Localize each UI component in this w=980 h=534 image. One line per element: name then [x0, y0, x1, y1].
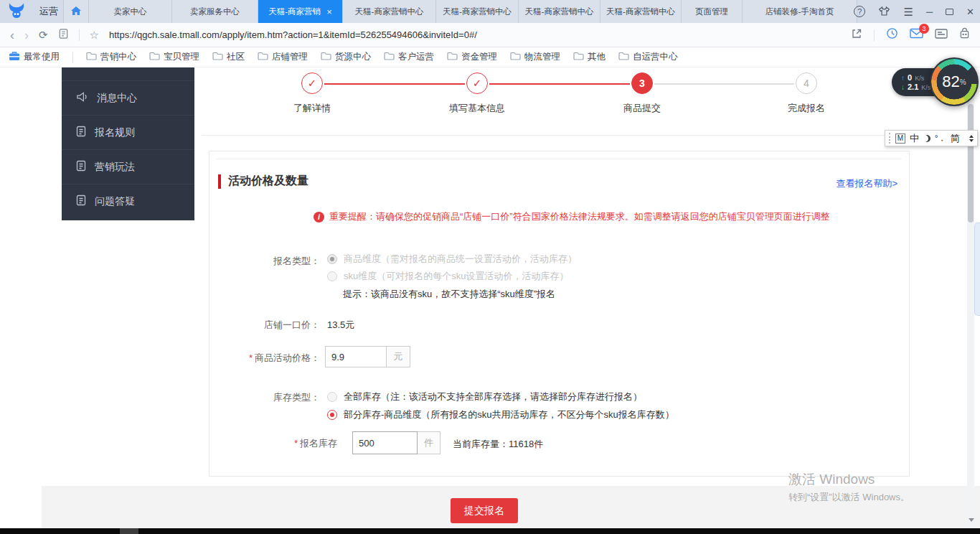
- minimize-icon[interactable]: ─: [926, 7, 933, 17]
- stock-type-option-all: 全部库存（注：该活动不支持全部库存选择，请选择部分库存进行报名）: [327, 390, 642, 403]
- apply-stock-unit: 件: [418, 431, 440, 454]
- ime-mode-icon[interactable]: M: [895, 134, 905, 144]
- submit-apply-button[interactable]: 提交报名: [451, 498, 518, 523]
- menu-icon[interactable]: ☰: [903, 6, 913, 17]
- divider: [202, 135, 966, 136]
- bookmark-folder-logistics[interactable]: 物流管理: [510, 51, 560, 63]
- folder-icon: [447, 52, 458, 62]
- skin-shirt-icon[interactable]: [878, 6, 890, 18]
- folder-icon: [573, 52, 584, 62]
- tab-tmall-marketing-center-1[interactable]: 天猫-商家营销中心: [343, 0, 436, 23]
- activity-price-label-row: *商品活动价格：: [209, 352, 320, 365]
- activity-price-unit: 元: [387, 346, 410, 367]
- bookmark-folder-other[interactable]: 其他: [573, 51, 606, 63]
- refresh-icon[interactable]: ⟳: [39, 29, 48, 40]
- document-icon: [76, 126, 86, 139]
- back-icon[interactable]: ‹: [10, 29, 14, 42]
- tab-close-icon[interactable]: ×: [326, 6, 332, 17]
- sidebar-item-message-center[interactable]: 消息中心: [62, 80, 194, 115]
- bookmark-folder-community[interactable]: 社区: [212, 51, 245, 63]
- card-panel-icon[interactable]: [935, 29, 948, 42]
- tab-seller-center[interactable]: 卖家中心: [89, 0, 172, 23]
- shopping-bag-icon[interactable]: [959, 27, 970, 42]
- required-asterisk: *: [294, 438, 298, 449]
- activity-price-label: 商品活动价格：: [255, 352, 320, 363]
- radio-item-dimension[interactable]: [327, 254, 337, 264]
- check-icon: ✓: [308, 77, 317, 90]
- folder-icon: [86, 52, 97, 62]
- folder-icon: [321, 52, 331, 62]
- ime-punctuation-icon[interactable]: °，: [935, 134, 946, 142]
- open-external-icon[interactable]: [851, 28, 862, 42]
- ime-chinese-icon[interactable]: 中: [910, 134, 919, 143]
- folder-icon: [510, 52, 521, 62]
- step-4-circle: 4: [796, 72, 817, 94]
- tab-seller-service[interactable]: 卖家服务中心: [172, 0, 258, 23]
- mail-icon[interactable]: 3: [910, 28, 923, 42]
- apply-stock-input[interactable]: [352, 431, 418, 454]
- step-4-label: 完成报名: [749, 102, 864, 115]
- address-bar-actions: 3: [851, 27, 970, 42]
- ime-updown-icon[interactable]: [969, 135, 974, 142]
- tab-tmall-marketing-center-3[interactable]: 天猫-商家营销中心: [519, 0, 600, 23]
- forward-icon[interactable]: ›: [24, 29, 29, 42]
- radio-all-stock[interactable]: [327, 392, 337, 402]
- tab-tmall-marketing-center-4[interactable]: 天猫-商家营销中心: [600, 0, 682, 23]
- sidebar-item-label: 消息中心: [97, 92, 137, 105]
- tab-page-manage[interactable]: 页面管理: [682, 0, 743, 23]
- info-icon: i: [314, 212, 324, 222]
- sidebar-item-label: 问题答疑: [95, 195, 135, 208]
- folder-icon: [258, 52, 268, 62]
- ime-simplified-icon[interactable]: 简: [950, 134, 959, 143]
- bookmark-folder-marketing[interactable]: 营销中心: [86, 51, 136, 63]
- apply-type-option-sku: sku维度（可对报名的每个sku设置活动价，活动库存）: [327, 270, 568, 283]
- radio-partial-stock[interactable]: [327, 410, 337, 420]
- apply-stock-label: 报名库存: [300, 438, 337, 449]
- divider: [72, 52, 73, 63]
- tab-shop-decorate[interactable]: 店铺装修-手淘首页: [743, 0, 857, 23]
- important-notice: i 重要提醒：请确保您的促销商品“店铺一口价”符合国家价格法律法规要求。如需调整…: [314, 210, 830, 223]
- maximize-icon[interactable]: [946, 9, 953, 15]
- sidebar-item-faq[interactable]: 问题答疑: [62, 184, 194, 218]
- sidebar-item-marketing-play[interactable]: 营销玩法: [62, 149, 194, 184]
- help-icon[interactable]: ?: [854, 6, 865, 17]
- qianniu-bull-logo-icon: [7, 2, 26, 21]
- step-2-circle: ✓: [466, 72, 488, 94]
- bookmark-folder-supply[interactable]: 货源中心: [321, 51, 371, 63]
- shop-price-value: 13.5元: [327, 319, 354, 332]
- activity-price-input[interactable]: [325, 346, 387, 367]
- bookmark-folder-funds[interactable]: 资金管理: [447, 51, 497, 63]
- tab-home[interactable]: [63, 0, 89, 23]
- bookmark-folder-self-run[interactable]: 自运营中心: [618, 51, 678, 63]
- bookmark-most-used[interactable]: 最常使用: [9, 51, 60, 63]
- favorite-star-icon[interactable]: ☆: [90, 29, 99, 42]
- drag-handle-icon[interactable]: [889, 133, 891, 144]
- apply-type-label: 报名类型：: [209, 255, 320, 268]
- help-link[interactable]: 查看报名帮助>: [836, 177, 897, 190]
- briefcase-icon: [9, 51, 20, 63]
- bookmarks-bar: 最常使用 营销中心 宝贝管理 社区 店铺管理 货源中心 客户运营 资金管理 物流…: [0, 47, 980, 67]
- moon-icon[interactable]: [923, 135, 930, 142]
- bookmark-folder-shop-manage[interactable]: 店铺管理: [258, 51, 308, 63]
- bookmark-folder-items[interactable]: 宝贝管理: [149, 51, 199, 63]
- history-clock-icon[interactable]: [886, 27, 898, 42]
- memory-gauge-widget[interactable]: 82 %: [930, 57, 979, 106]
- tab-tmall-marketing-center-2[interactable]: 天猫-商家营销中心: [436, 0, 519, 23]
- reader-mode-icon[interactable]: [58, 28, 69, 42]
- folder-icon: [149, 52, 160, 62]
- ime-toolbar[interactable]: M 中 °， 简: [885, 130, 978, 146]
- scrollbar-down-arrow-icon[interactable]: [969, 518, 974, 522]
- bookmark-folder-customer[interactable]: 客户运营: [384, 51, 434, 63]
- windows-activate-watermark: 激活 Windows: [788, 470, 875, 489]
- sidebar-item-apply-rules[interactable]: 报名规则: [62, 115, 194, 149]
- close-window-icon[interactable]: ✕: [966, 7, 974, 17]
- required-asterisk: *: [249, 352, 253, 363]
- url-text[interactable]: https://qgch.sale.tmall.com/apply/item.h…: [109, 29, 841, 40]
- folder-icon: [618, 52, 629, 62]
- scrollbar-thumb[interactable]: [968, 104, 974, 222]
- radio-sku-dimension[interactable]: [327, 271, 337, 281]
- divider: [217, 159, 902, 159]
- tab-tmall-marketing-active[interactable]: 天猫-商家营销 ×: [258, 0, 343, 23]
- side-panel-handle[interactable]: [974, 222, 980, 316]
- step-2-label: 填写基本信息: [420, 102, 534, 115]
